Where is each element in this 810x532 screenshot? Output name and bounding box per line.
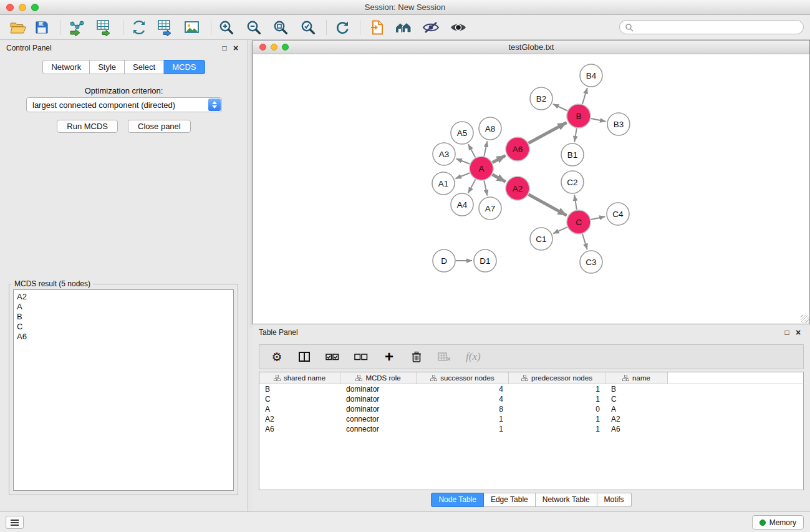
export-image-button[interactable] [182, 19, 203, 36]
float-table-panel-icon[interactable]: □ [781, 328, 793, 337]
deselect-all-icon[interactable] [354, 352, 368, 361]
graph-node-B[interactable]: B [567, 104, 591, 128]
zoom-fit-button[interactable] [270, 19, 291, 36]
graph-edge-A6-B[interactable] [529, 123, 567, 143]
column-header-predecessor-nodes[interactable]: predecessor nodes [509, 372, 605, 384]
show-elements-button[interactable] [448, 19, 469, 36]
table-row[interactable]: Bdominator41B [259, 384, 803, 394]
memory-button[interactable]: Memory [752, 515, 804, 530]
graph-node-C[interactable]: C [567, 210, 591, 234]
open-document-button[interactable] [367, 19, 388, 36]
graph-edge-B-B3[interactable] [591, 118, 606, 122]
refresh-button[interactable] [332, 19, 353, 36]
graph-edge-B-B1[interactable] [574, 128, 577, 142]
graph-edge-A-A8[interactable] [484, 142, 487, 157]
graph-node-D1[interactable]: D1 [474, 249, 496, 272]
close-panel-button[interactable]: Close panel [128, 120, 191, 133]
tab-edge-table[interactable]: Edge Table [484, 493, 536, 507]
panel-list-button[interactable] [6, 516, 24, 529]
graph-edge-B-B4[interactable] [582, 88, 587, 104]
column-header-shared-name[interactable]: shared name [259, 372, 340, 384]
graph-edge-C-C3[interactable] [582, 234, 587, 249]
graph-edge-A-A7[interactable] [484, 181, 487, 196]
graph-node-C4[interactable]: C4 [607, 203, 629, 225]
tab-node-table[interactable]: Node Table [431, 493, 484, 507]
column-header-successor-nodes[interactable]: successor nodes [417, 372, 509, 384]
table-row[interactable]: Cdominator41C [259, 394, 803, 404]
graph-node-C1[interactable]: C1 [530, 228, 552, 250]
graph-edge-A-A5[interactable] [468, 144, 475, 157]
graph-edge-A-A3[interactable] [456, 159, 470, 164]
graph-edge-C-C2[interactable] [574, 195, 577, 210]
tab-motifs[interactable]: Motifs [597, 493, 632, 507]
graph-edge-A-A2[interactable] [493, 175, 506, 182]
export-table-button[interactable] [155, 19, 176, 36]
table-row[interactable]: A2connector11A2 [259, 414, 803, 424]
tab-style[interactable]: Style [90, 60, 125, 74]
import-table-button[interactable] [94, 19, 115, 36]
graph-node-A4[interactable]: A4 [451, 193, 473, 216]
criterion-dropdown[interactable]: largest connected component (directed) [26, 97, 222, 112]
zoom-out-button[interactable] [243, 19, 264, 36]
add-column-icon[interactable]: + [383, 351, 395, 363]
graph-node-A7[interactable]: A7 [479, 197, 501, 220]
search-input[interactable] [637, 23, 798, 32]
select-all-icon[interactable] [325, 352, 339, 361]
zoom-window-button[interactable] [31, 4, 39, 11]
tab-network-table[interactable]: Network Table [536, 493, 597, 507]
graph-edge-A-A6[interactable] [493, 155, 506, 162]
graph-node-B3[interactable]: B3 [607, 113, 630, 135]
close-window-button[interactable] [6, 4, 14, 11]
mcds-result-item[interactable]: C [17, 322, 230, 332]
graph-node-A5[interactable]: A5 [451, 122, 473, 144]
graph-edge-A-A1[interactable] [456, 173, 470, 178]
graph-node-A[interactable]: A [470, 157, 493, 180]
mcds-result-item[interactable]: A6 [17, 332, 230, 342]
mcds-result-item[interactable]: B [17, 312, 230, 322]
zoom-selected-button[interactable] [297, 19, 319, 36]
save-session-button[interactable] [31, 19, 52, 36]
graph-node-A1[interactable]: A1 [432, 172, 455, 195]
new-network-button[interactable] [128, 19, 150, 36]
table-row[interactable]: Adominator80A [259, 404, 803, 414]
tab-mcds[interactable]: MCDS [164, 60, 205, 74]
float-panel-icon[interactable]: □ [219, 44, 230, 52]
network-zoom-button[interactable] [282, 44, 289, 51]
show-columns-icon[interactable] [298, 352, 311, 362]
graph-edge-C-C4[interactable] [591, 216, 605, 220]
graph-edge-B-B2[interactable] [553, 104, 567, 111]
network-minimize-button[interactable] [271, 44, 277, 51]
graph-node-D[interactable]: D [433, 249, 455, 272]
graph-edge-A2-C[interactable] [529, 195, 567, 216]
table-row[interactable]: A6connector11A6 [259, 424, 803, 434]
mcds-result-item[interactable]: A2 [17, 292, 230, 302]
mcds-result-item[interactable]: A [17, 302, 230, 312]
import-network-button[interactable] [66, 19, 87, 36]
graph-node-A8[interactable]: A8 [479, 117, 501, 140]
graph-node-A3[interactable]: A3 [433, 143, 455, 165]
zoom-in-button[interactable] [216, 19, 237, 36]
tab-network[interactable]: Network [42, 60, 90, 74]
column-header-name[interactable]: name [605, 372, 668, 384]
graph-node-B1[interactable]: B1 [561, 143, 584, 166]
network-close-button[interactable] [259, 44, 266, 51]
table-settings-icon[interactable]: ⚙ [271, 350, 283, 364]
network-window-titlebar[interactable]: testGlobe.txt [253, 41, 809, 54]
close-panel-icon[interactable]: × [230, 43, 241, 53]
graph-node-B4[interactable]: B4 [580, 64, 602, 87]
graph-node-C3[interactable]: C3 [580, 251, 602, 273]
resize-grip-icon[interactable] [801, 315, 809, 323]
search-box[interactable] [619, 20, 804, 34]
mcds-result-list[interactable]: A2ABCA6 [13, 289, 234, 491]
graph-node-B2[interactable]: B2 [530, 87, 552, 110]
column-header-MCDS-role[interactable]: MCDS role [340, 372, 417, 384]
graph-node-C2[interactable]: C2 [561, 171, 584, 193]
close-table-panel-icon[interactable]: × [793, 327, 804, 337]
graph-node-A6[interactable]: A6 [506, 137, 529, 161]
home-network-button[interactable] [393, 19, 414, 36]
hide-elements-button[interactable] [420, 19, 441, 36]
network-graph[interactable]: B4B2BB3A5A8A6B1A3AC2A1A2A4A7C4CC1C3DD1 [253, 54, 809, 324]
minimize-window-button[interactable] [19, 4, 26, 11]
run-mcds-button[interactable]: Run MCDS [57, 120, 118, 133]
open-session-button[interactable] [7, 19, 29, 36]
